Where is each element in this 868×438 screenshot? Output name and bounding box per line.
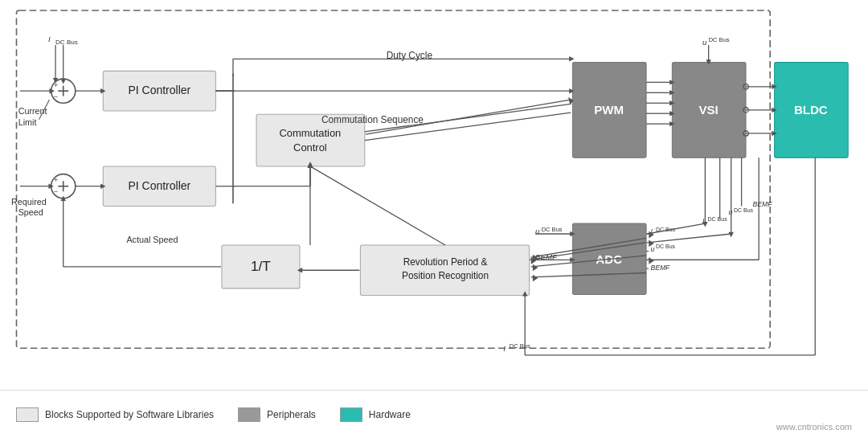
diagram-area: PI Controller PI Controller Commutation … [0,0,868,390]
svg-text:+: + [54,175,59,184]
svg-text:DC Bus: DC Bus [734,207,754,213]
svg-text:Actual Speed: Actual Speed [126,235,178,244]
svg-text:Speed: Speed [18,207,43,217]
svg-text:Control: Control [293,141,327,154]
svg-line-126 [310,166,445,245]
svg-text:Current: Current [18,106,47,116]
svg-text:Limit: Limit [18,117,37,127]
svg-text:I: I [48,35,51,43]
svg-text:DC Bus: DC Bus [510,342,530,350]
legend-peripherals: Peripherals [238,407,316,422]
svg-text:DC Bus: DC Bus [709,36,730,43]
svg-marker-117 [533,264,538,272]
svg-text:DC Bus: DC Bus [55,39,78,46]
legend-box-hardware [340,407,362,422]
svg-text:u: u [728,208,732,216]
svg-text:Required: Required [11,197,47,207]
svg-text:u: u [650,245,654,253]
svg-text:BLDC: BLDC [794,103,828,117]
svg-text:u: u [702,38,707,47]
svg-text:Commutation Sequence: Commutation Sequence [321,114,424,125]
svg-text:−: − [54,92,59,101]
legend-hardware: Hardware [340,407,411,422]
svg-text:−: − [54,188,59,197]
svg-marker-143 [728,232,733,237]
svg-text:Commutation: Commutation [279,127,341,139]
svg-text:DC Bus: DC Bus [656,244,676,249]
svg-text:1/T: 1/T [251,258,271,274]
legend-box-software [16,407,39,422]
block-diagram-svg: PI Controller PI Controller Commutation … [0,0,868,390]
svg-marker-119 [533,275,538,282]
legend: Blocks Supported by Software Libraries P… [0,390,868,438]
svg-text:Position Recognition: Position Recognition [402,270,489,281]
legend-peripherals-label: Peripherals [267,409,316,420]
svg-text:BEMF: BEMF [650,264,670,272]
svg-marker-59 [569,56,574,61]
svg-text:Revolution Period &: Revolution Period & [403,256,488,268]
svg-text:PWM: PWM [594,103,624,117]
legend-box-peripherals [238,407,260,422]
svg-text:PI Controller: PI Controller [128,179,190,192]
svg-marker-36 [60,79,65,84]
legend-software: Blocks Supported by Software Libraries [16,407,214,422]
svg-text:PI Controller: PI Controller [128,84,190,96]
svg-text:DC Bus: DC Bus [708,216,728,222]
svg-line-149 [647,234,731,243]
svg-text:BEMF: BEMF [753,200,773,208]
main-container: PI Controller PI Controller Commutation … [0,0,868,438]
watermark: www.cntronics.com [776,422,852,432]
legend-software-label: Blocks Supported by Software Libraries [45,409,214,420]
svg-text:Duty Cycle: Duty Cycle [387,50,433,61]
svg-text:I: I [503,344,506,353]
legend-hardware-label: Hardware [369,409,411,420]
svg-text:DC Bus: DC Bus [542,226,563,233]
svg-text:VSI: VSI [698,103,718,117]
